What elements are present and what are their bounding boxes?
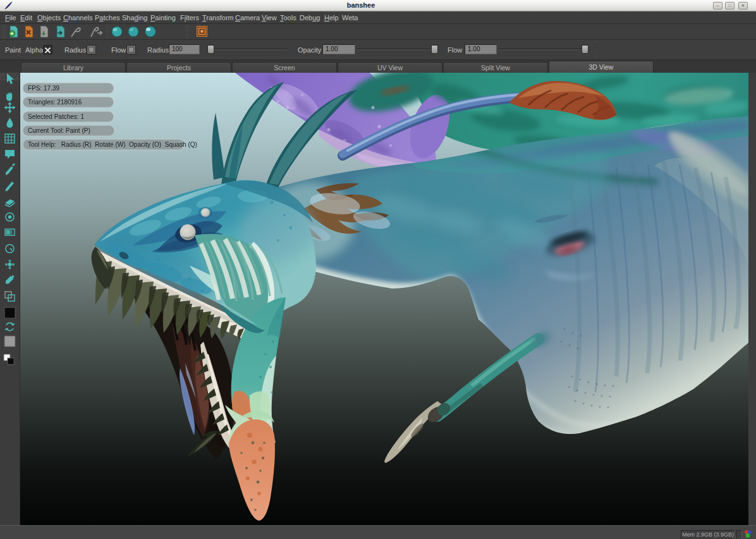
svg-text:FPS: 17.39: FPS: 17.39 — [28, 85, 59, 92]
svg-text:Current Tool: Paint (P): Current Tool: Paint (P) — [28, 127, 90, 134]
svg-text:Tool Help: Radius (R) Rotat: Tool Help: Radius (R) Rotate (W) Opacity… — [28, 141, 197, 148]
svg-text:Selected Patches: 1: Selected Patches: 1 — [28, 113, 84, 120]
svg-text:Triangles: 2180916: Triangles: 2180916 — [28, 99, 82, 106]
